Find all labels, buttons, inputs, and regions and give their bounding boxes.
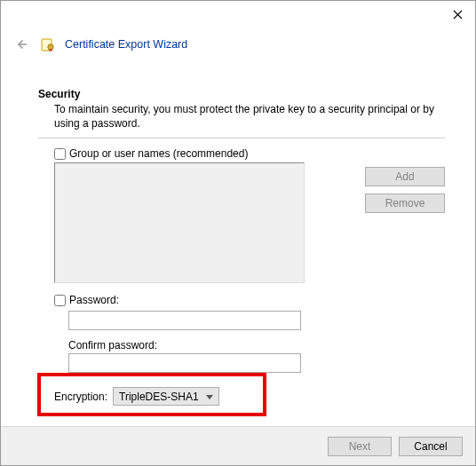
group-names-list[interactable] bbox=[54, 162, 305, 283]
close-icon bbox=[453, 10, 463, 20]
confirm-password-input[interactable] bbox=[68, 353, 301, 373]
password-label: Password: bbox=[69, 294, 119, 306]
wizard-title: Certificate Export Wizard bbox=[65, 38, 187, 51]
cancel-button[interactable]: Cancel bbox=[399, 437, 463, 456]
certificate-icon bbox=[40, 36, 56, 52]
add-button[interactable]: Add bbox=[365, 167, 445, 186]
section-description: To maintain security, you must protect t… bbox=[54, 102, 441, 130]
password-checkbox[interactable] bbox=[54, 295, 66, 306]
encryption-selected-value: TripleDES-SHA1 bbox=[119, 391, 199, 403]
group-users-row: Group or user names (recommended) Add Re… bbox=[54, 147, 445, 283]
remove-button[interactable]: Remove bbox=[365, 194, 445, 213]
group-names-label: Group or user names (recommended) bbox=[69, 147, 248, 160]
password-block: Password: Confirm password: bbox=[54, 294, 445, 373]
next-button[interactable]: Next bbox=[328, 437, 392, 456]
encryption-label: Encryption: bbox=[54, 391, 107, 403]
encryption-row: Encryption: TripleDES-SHA1 bbox=[54, 387, 445, 406]
footer: Next Cancel bbox=[1, 426, 475, 465]
section-heading: Security bbox=[38, 88, 445, 100]
close-button[interactable] bbox=[440, 1, 475, 28]
password-input[interactable] bbox=[68, 311, 301, 330]
confirm-password-label: Confirm password: bbox=[68, 339, 445, 351]
group-names-checkbox[interactable] bbox=[54, 148, 66, 160]
titlebar bbox=[1, 1, 475, 28]
back-button[interactable] bbox=[12, 35, 31, 54]
back-arrow-icon bbox=[13, 36, 29, 52]
content-area: Security To maintain security, you must … bbox=[1, 88, 475, 406]
wizard-window: Certificate Export Wizard Security To ma… bbox=[0, 0, 476, 466]
wizard-header: Certificate Export Wizard bbox=[1, 28, 475, 65]
encryption-dropdown[interactable]: TripleDES-SHA1 bbox=[113, 387, 219, 406]
divider bbox=[38, 138, 445, 138]
